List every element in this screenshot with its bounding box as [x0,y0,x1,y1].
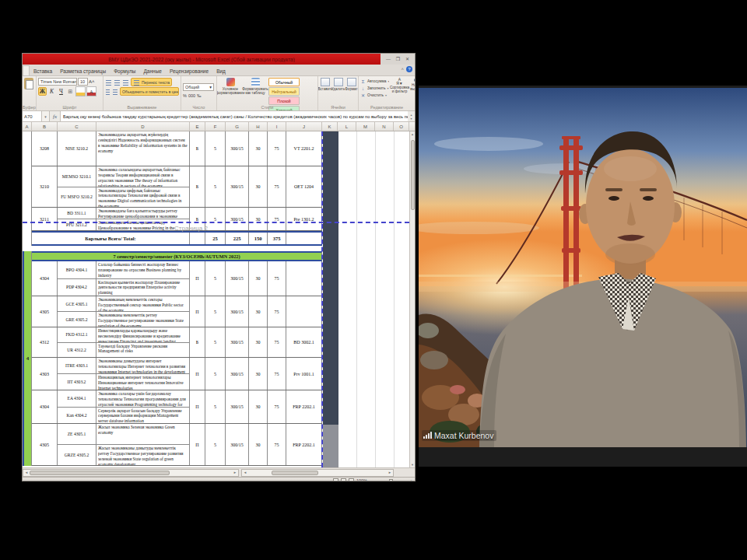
hours-cell[interactable]: 300/15 [226,296,249,327]
sort-filter-button[interactable]: АЯ▼ Сортировка и фильтр [391,78,408,103]
column-header[interactable]: L [338,122,356,131]
course-code-cell[interactable]: ITRE 4303.1 [58,358,96,373]
cells-button[interactable]: Вставить [319,78,331,91]
course-desc-cell[interactable]: Экономиканың мемлекеттік секторы Государ… [96,296,190,311]
table-row[interactable]: 4303 ITRE 4303.1 Экономиканы дамытудағы … [32,358,322,390]
contact-hours-cell[interactable]: 30 [249,131,268,166]
course-code-cell[interactable]: FKD 4312.1 [58,327,96,342]
course-desc-cell[interactable]: Серверлік ақпарат базасын басқару Управл… [96,408,190,424]
course-number-cell[interactable]: 4303 [32,358,58,390]
font-name-select[interactable]: Times New Roman [38,78,77,86]
course-subrow[interactable]: FU MSFO 3210.2 Экономикадағы цифрлық бай… [58,187,190,208]
wrap-text-button[interactable]: Перенос текста [131,78,172,86]
zoom-out-icon[interactable]: − [370,478,373,481]
course-desc-cell[interactable]: Экономикадағы цифрлық байланыс технологи… [96,187,190,208]
editing-small-button[interactable]: ↓ Заполнить ▾ [360,85,389,92]
course-desc-cell[interactable]: Инновациялық интернет технологиялары Инн… [96,374,190,390]
course-desc-cell[interactable]: Жасыл экономика Зеленая экономика Green … [96,424,190,444]
course-subrow[interactable]: ITRE 4303.1 Экономиканы дамытудағы интер… [58,358,190,373]
fill-color-icon[interactable] [75,86,86,96]
hours-cell[interactable]: 300/15 [226,358,249,390]
course-subrow[interactable]: NISE 3210.2 Экономикадағы ақпараттық жүй… [58,131,190,166]
credits-cell[interactable]: 5 [205,424,226,465]
course-desc-cell[interactable]: Экономиканы дамытудағы интернет технолог… [96,358,190,373]
comma-style-icon[interactable]: 000 [188,93,195,98]
hours-cell[interactable]: 300/15 [226,261,249,296]
credits-cell[interactable]: 5 [205,208,226,230]
ribbon-tab[interactable]: Разметка страницы [56,67,110,75]
contact-hours-cell[interactable]: 30 [249,390,268,423]
component-cell[interactable]: П [190,261,205,296]
find-select-button[interactable]: Найти и выделить [409,78,415,103]
totals-row[interactable]: Барлығы Всего/ Total: 25 225 150 375 [32,231,322,246]
scroll-down-icon[interactable]: ▼ [411,462,414,467]
scroll-right-icon[interactable]: ► [232,471,238,474]
column-header[interactable]: O [394,122,409,131]
horizontal-scrollbar-right[interactable]: ◄ ► [241,469,394,477]
column-header[interactable]: I [268,122,286,131]
course-desc-cell[interactable]: Инвестицияларды қаржыландыру және несиел… [96,327,190,342]
table-row[interactable]: 4304 EA 4304.1 Экономика салалары үшін б… [32,390,322,424]
course-desc-cell[interactable]: Экономика салалары үшін бағдарламалау те… [96,390,190,407]
course-subrow[interactable]: Kan 4304.2 Серверлік ақпарат базасын бас… [58,407,190,424]
number-format-select[interactable]: Общий▾ [183,83,214,91]
course-number-cell[interactable]: 3208 [32,131,58,166]
table-row[interactable]: 3208 NISE 3210.2 Экономикадағы ақпаратты… [32,131,322,166]
align-center-icon[interactable] [112,88,117,95]
contact-hours-cell[interactable]: 30 [249,424,268,465]
contact-hours-cell[interactable]: 30 [249,296,268,327]
table-row[interactable]: 3210 MEMSO 3210.1 Экономика саласындағы … [32,166,322,208]
paste-icon[interactable] [24,78,33,89]
course-desc-cell[interactable]: Экономиканы мемлекеттік реттеу Государст… [96,312,190,327]
prerequisite-cell[interactable]: FRP 2202.1 [286,390,322,423]
course-code-cell[interactable]: MEMSO 3210.1 [58,166,96,187]
conditional-formatting-button[interactable]: Условное форматирование [219,78,242,103]
course-number-cell[interactable]: 4305 [32,424,58,465]
increase-decimal-icon[interactable]: ‰ [197,93,202,98]
prerequisite-cell[interactable]: VT 2201.2 [286,131,322,166]
align-middle-icon[interactable] [114,79,121,86]
hours-cell[interactable]: 300/15 [226,390,249,423]
component-cell[interactable]: П [190,358,205,390]
zoom-in-icon[interactable]: + [409,478,412,481]
self-study-cell[interactable]: 75 [268,358,286,390]
self-study-cell[interactable]: 75 [268,327,286,357]
percent-style-icon[interactable]: % [183,93,187,98]
component-cell[interactable]: Б [190,166,205,207]
credits-cell[interactable]: 5 [205,390,226,423]
course-desc-cell[interactable]: Экономикадағы ақпараттық жүйелердің сені… [96,131,190,166]
contact-hours-cell[interactable]: 30 [249,166,268,207]
hours-cell[interactable]: 300/15 [226,424,249,465]
course-subrow[interactable]: GCE 4305.1 Экономиканың мемлекеттік сект… [58,296,190,311]
contact-hours-cell[interactable]: 30 [249,327,268,357]
course-subrow[interactable]: UR 4312.2 Тәуекелді басқару Управление р… [58,342,190,358]
bold-button[interactable]: Ж [38,87,47,96]
sheet-grid[interactable]: 3208 NISE 3210.2 Экономикадағы ақпаратты… [23,131,409,467]
horizontal-scroll-thumb[interactable] [272,471,318,475]
column-header[interactable]: E [190,122,205,131]
self-study-cell[interactable]: 75 [268,296,286,327]
component-cell[interactable]: Б [190,131,205,166]
table-row[interactable]: 4304 BPO 4304.1 Салалар бойынша бизнесті… [32,261,322,296]
borders-icon[interactable]: ⊞ [66,87,75,96]
font-size-select[interactable]: 10 [78,78,88,86]
course-subrow[interactable]: PFU 3211.2 Экономикадағы бағаны қалыптас… [58,219,190,230]
hours-cell[interactable]: 300/15 [226,166,249,207]
component-cell[interactable]: П [190,390,205,423]
course-subrow[interactable]: GRZE 4305.2 Жасыл экономиканы дамытуды м… [58,444,190,465]
scroll-left-icon[interactable]: ◄ [23,471,30,474]
help-icon[interactable]: ? [406,66,412,72]
column-header[interactable]: G [226,122,249,131]
self-study-cell[interactable]: 75 [268,390,286,423]
normal-view-icon[interactable] [333,478,338,481]
course-desc-cell[interactable]: Экономикадағы баға қалыптастыруды реттеу… [96,208,190,219]
formula-bar-expand-icon[interactable]: ▴▾ [408,111,415,121]
column-header[interactable]: M [356,122,375,131]
credits-cell[interactable]: 5 [205,131,226,166]
credits-cell[interactable]: 5 [205,327,226,357]
vertical-scrollbar[interactable]: ▲ ▼ [409,131,415,467]
cell-style-chip[interactable]: Обычный [268,78,300,86]
course-number-cell[interactable]: 3211 [32,208,58,230]
minimize-ribbon-icon[interactable]: ˄ [401,67,404,72]
prerequisite-cell[interactable]: Pre 1301.2 [286,208,322,230]
